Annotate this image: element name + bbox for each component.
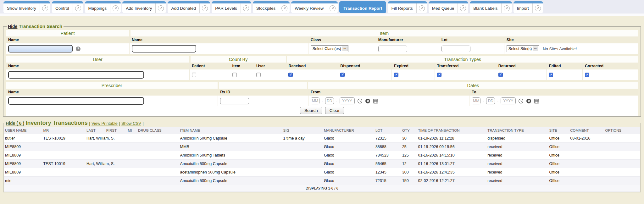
td-comment xyxy=(569,151,604,160)
tab-accent xyxy=(85,1,121,3)
search-inputs-3: -- -- xyxy=(6,96,638,106)
col-qty[interactable]: QTY xyxy=(401,127,417,134)
td-options xyxy=(604,177,640,185)
col-type[interactable]: TRANSACTION TYPE xyxy=(486,127,548,134)
to-month-input[interactable] xyxy=(472,97,480,104)
count-by-patient-checkbox[interactable] xyxy=(192,73,196,77)
count-by-item-checkbox[interactable] xyxy=(232,73,237,77)
tab-open-button[interactable]: ↗ xyxy=(416,3,427,13)
tab-open-button[interactable]: ↗ xyxy=(532,3,543,13)
tab-open-button[interactable]: ↗ xyxy=(155,3,166,13)
lot-input[interactable] xyxy=(441,46,470,52)
tab-open-button[interactable]: ↗ xyxy=(199,3,210,13)
select-classes-button[interactable]: Select Class(es) ... xyxy=(311,45,348,52)
tab-show-inventory[interactable]: Show Inventory↗ xyxy=(3,1,50,13)
tab-par-levels[interactable]: PAR Levels↗ xyxy=(212,1,251,13)
date-separator: - xyxy=(336,99,337,103)
col-item-name[interactable]: ITEM NAME xyxy=(179,127,282,134)
type-returned-checkbox[interactable] xyxy=(498,73,503,77)
col-mi[interactable]: MI xyxy=(127,127,137,134)
to-day-input[interactable] xyxy=(486,97,495,104)
clock-icon[interactable] xyxy=(357,98,363,104)
td-options xyxy=(604,168,640,177)
calendar-icon[interactable] xyxy=(534,98,539,104)
tab-add-donated[interactable]: Add Donated↗ xyxy=(168,1,210,13)
tab-accent xyxy=(514,1,543,3)
tab-add-inventory[interactable]: Add Inventory↗ xyxy=(122,1,166,13)
col-manufacturer[interactable]: MANUFACTURER xyxy=(323,127,374,134)
tab-transaction-report[interactable]: Transaction Report xyxy=(339,1,386,13)
tab-mappings[interactable]: Mappings↗ xyxy=(85,1,121,13)
tab-open-button[interactable]: ↗ xyxy=(241,3,251,13)
clock-icon[interactable] xyxy=(518,98,524,104)
external-link-icon: ↗ xyxy=(281,5,287,11)
type-dispensed-checkbox[interactable] xyxy=(340,73,345,77)
tab-label: Show Inventory xyxy=(3,6,40,11)
tab-open-button[interactable]: ↗ xyxy=(501,3,512,13)
to-year-input[interactable] xyxy=(501,97,516,104)
from-day-input[interactable] xyxy=(325,97,334,104)
manufacturer-input[interactable] xyxy=(378,46,407,52)
count-by-user-checkbox[interactable] xyxy=(256,73,261,77)
tab-fill-reports[interactable]: Fill Reports↗ xyxy=(388,1,427,13)
tab-import[interactable]: Import↗ xyxy=(514,1,543,13)
search-inputs-1: ? Select Class(es) ... Select Site(s) xyxy=(6,43,638,54)
type-received-checkbox[interactable] xyxy=(288,73,293,77)
clear-date-icon[interactable] xyxy=(365,98,370,104)
view-printable-link[interactable]: View Printable xyxy=(92,121,118,126)
rx-id-input[interactable] xyxy=(220,98,249,104)
external-link-icon: ↗ xyxy=(42,5,48,11)
td-time: 01-19-2026 09:19:56 xyxy=(417,143,486,151)
col-comment[interactable]: COMMENT xyxy=(569,127,604,134)
tab-open-button[interactable]: ↗ xyxy=(279,3,290,13)
tab-weekly-review[interactable]: Weekly Review↗ xyxy=(291,1,338,13)
td-site: Office xyxy=(548,134,569,143)
td-site: Office xyxy=(548,143,569,151)
clear-date-icon[interactable] xyxy=(526,98,531,104)
td-item: MMR xyxy=(179,143,282,151)
hide-search-link[interactable]: Hide xyxy=(8,24,17,29)
tabbar-divider xyxy=(0,14,644,16)
user-name-input[interactable] xyxy=(8,71,144,79)
tab-open-button[interactable]: ↗ xyxy=(458,3,468,13)
tab-med-queue[interactable]: Med Queue↗ xyxy=(429,1,469,13)
col-first[interactable]: FIRST xyxy=(105,127,127,134)
tab-blank-labels[interactable]: Blank Labels↗ xyxy=(470,1,512,13)
col-last[interactable]: LAST xyxy=(85,127,105,134)
search-button[interactable]: Search xyxy=(300,107,322,114)
type-expired-checkbox[interactable] xyxy=(394,73,398,77)
col-sig[interactable]: SIG xyxy=(282,127,323,134)
ellipsis-icon[interactable]: ... xyxy=(342,46,347,51)
help-icon[interactable]: ? xyxy=(76,47,80,51)
col-drug-class[interactable]: DRUG CLASS xyxy=(137,127,179,134)
tab-open-button[interactable]: ↗ xyxy=(40,3,50,13)
patient-name-input[interactable] xyxy=(8,45,73,52)
prescriber-name-input[interactable] xyxy=(8,97,144,105)
tab-open-button[interactable]: ↗ xyxy=(327,3,338,13)
td-patient-name xyxy=(85,168,137,177)
from-month-input[interactable] xyxy=(311,97,319,104)
tab-stockpiles[interactable]: Stockpiles↗ xyxy=(253,1,290,13)
col-site[interactable]: SITE xyxy=(548,127,569,134)
type-edited-checkbox[interactable] xyxy=(549,73,553,77)
clear-button[interactable]: Clear xyxy=(325,107,344,114)
col-user-name[interactable]: USER NAME xyxy=(4,127,42,134)
calendar-icon[interactable] xyxy=(373,98,378,104)
tab-open-button[interactable]: ↗ xyxy=(110,3,121,13)
col-lot[interactable]: LOT xyxy=(374,127,401,134)
tab-open-button[interactable]: ↗ xyxy=(73,3,83,13)
item-name-input[interactable] xyxy=(132,45,196,52)
td-sig xyxy=(282,151,323,160)
type-corrected-checkbox[interactable] xyxy=(585,73,589,77)
select-sites-button[interactable]: Select Site(s) ... xyxy=(507,45,539,52)
type-transferred-checkbox[interactable] xyxy=(437,73,441,77)
select-classes-label: Select Class(es) xyxy=(313,47,341,51)
td-lot: 56465 xyxy=(374,160,401,168)
from-year-input[interactable] xyxy=(340,97,355,104)
tab-control[interactable]: Control↗ xyxy=(52,1,83,13)
col-time[interactable]: TIME OF TRANSACTION xyxy=(417,127,486,134)
td-drug-class xyxy=(137,143,179,151)
ellipsis-icon[interactable]: ... xyxy=(533,46,538,51)
hide-results-link[interactable]: Hide ( 6 ) xyxy=(6,121,24,126)
show-csv-link[interactable]: Show CSV xyxy=(121,121,141,126)
